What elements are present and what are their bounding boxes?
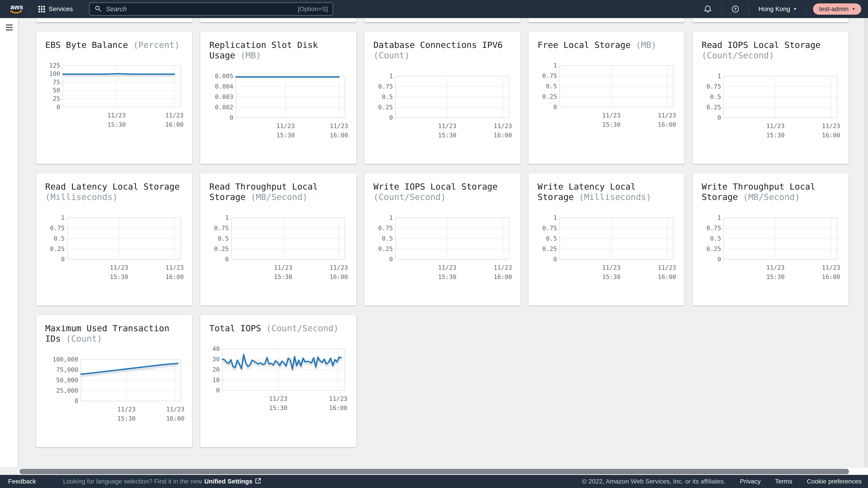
- metric-line: [63, 74, 174, 74]
- svg-text:1: 1: [389, 72, 393, 79]
- chart-title: Database Connections IPV6: [373, 40, 503, 50]
- metric-card: Replication Slot Disk Usage (MB)0.0050.0…: [200, 32, 356, 164]
- svg-text:0.005: 0.005: [215, 72, 233, 79]
- unified-settings-link[interactable]: Unified Settings: [204, 478, 252, 485]
- x-axis-label: 11/23: [766, 123, 784, 129]
- search-icon: [94, 5, 102, 13]
- terms-link[interactable]: Terms: [775, 478, 792, 485]
- x-axis-label: 11/23: [276, 123, 295, 129]
- header-right-cluster: ? Hong Kong ▼ test-admin ▼: [701, 2, 861, 16]
- chart-title-row: EBS Byte Balance (Percent): [45, 40, 183, 50]
- chevron-down-icon: ▼: [852, 7, 855, 11]
- x-axis-label: 11/23: [602, 264, 620, 271]
- chart-title: Read IOPS Local Storage: [702, 40, 820, 50]
- svg-text:0.5: 0.5: [710, 235, 721, 242]
- cookie-preferences-link[interactable]: Cookie preferences: [807, 478, 862, 485]
- x-axis-label: 11/23: [494, 264, 512, 271]
- x-axis-label: 11/23: [822, 264, 840, 271]
- chart-title-row: Database Connections IPV6 (Count): [373, 40, 511, 61]
- chart-title-row: Replication Slot Disk Usage (MB): [209, 40, 347, 61]
- x-axis-label: 16:00: [658, 121, 676, 128]
- chart-title: Free Local Storage: [537, 40, 631, 50]
- clipped-card: [692, 18, 848, 22]
- chart-plot[interactable]: 100,00075,00050,00025,000011/2315:3011/2…: [45, 356, 190, 423]
- hamburger-menu-icon[interactable]: [5, 24, 13, 32]
- chart-title-row: Free Local Storage (MB): [537, 40, 675, 50]
- chart-title: EBS Byte Balance: [45, 40, 128, 50]
- chart-title-row: Read IOPS Local Storage (Count/Second): [702, 40, 839, 61]
- x-axis-label: 11/23: [165, 112, 184, 119]
- horizontal-scrollbar-thumb[interactable]: [20, 469, 849, 474]
- chart-plot[interactable]: 10.750.50.25011/2315:3011/2316:00: [373, 214, 518, 281]
- svg-text:0: 0: [74, 397, 78, 404]
- aws-logo[interactable]: aws: [9, 3, 23, 15]
- external-link-icon: [255, 477, 261, 486]
- svg-text:aws: aws: [10, 3, 23, 11]
- chart-unit: (Count): [66, 334, 102, 344]
- x-axis-label: 15:30: [766, 273, 784, 281]
- global-search[interactable]: [Option+S]: [89, 2, 333, 15]
- chart-plot[interactable]: 10.750.50.25011/2315:3011/2316:00: [373, 72, 518, 139]
- feedback-button[interactable]: Feedback: [8, 478, 36, 485]
- x-axis-label: 16:00: [822, 273, 840, 281]
- search-input[interactable]: [105, 5, 294, 13]
- svg-text:0.004: 0.004: [215, 83, 233, 90]
- svg-text:100,000: 100,000: [53, 356, 78, 363]
- chart-plot[interactable]: 10.750.50.25011/2315:3011/2316:00: [537, 62, 682, 129]
- console-footer: Feedback Looking for language selection?…: [0, 475, 868, 488]
- chart-plot[interactable]: 10.750.50.25011/2315:3011/2316:00: [45, 214, 190, 281]
- chart-title: Read Latency Local Storage: [45, 182, 180, 192]
- svg-text:0.5: 0.5: [710, 93, 721, 100]
- svg-text:0.25: 0.25: [542, 93, 557, 100]
- copyright-text: © 2022, Amazon Web Services, Inc. or its…: [582, 478, 725, 485]
- svg-text:20: 20: [212, 366, 220, 373]
- svg-text:0.003: 0.003: [215, 93, 233, 100]
- metric-card: Read Throughput Local Storage (MB/Second…: [200, 173, 356, 305]
- svg-text:0.25: 0.25: [378, 104, 393, 111]
- notifications-bell-icon[interactable]: [701, 2, 715, 16]
- chart-title-row: Total IOPS (Count/Second): [209, 323, 347, 333]
- x-axis-label: 16:00: [658, 273, 676, 281]
- chart-plot[interactable]: 10.750.50.25011/2315:3011/2316:00: [209, 214, 354, 281]
- chart-plot[interactable]: 10.750.50.25011/2315:3011/2316:00: [702, 214, 846, 281]
- chart-plot[interactable]: 10.750.50.25011/2315:3011/2316:00: [702, 72, 846, 139]
- svg-text:0.25: 0.25: [706, 104, 721, 111]
- metric-card: Write Throughput Local Storage (MB/Secon…: [692, 173, 848, 305]
- svg-text:0.75: 0.75: [542, 225, 557, 232]
- x-axis-label: 11/23: [107, 112, 126, 119]
- chevron-down-icon: ▼: [794, 7, 797, 11]
- chart-plot[interactable]: 125100755025011/2315:3011/2316:00: [45, 62, 190, 129]
- x-axis-label: 11/23: [438, 264, 456, 271]
- account-menu[interactable]: test-admin ▼: [813, 3, 861, 15]
- chart-plot[interactable]: 0.0050.0040.0030.002011/2315:3011/2316:0…: [209, 72, 354, 139]
- x-axis-label: 16:00: [822, 132, 840, 139]
- metric-card: Database Connections IPV6 (Count)10.750.…: [364, 32, 520, 164]
- chart-plot[interactable]: 10.750.50.25011/2315:3011/2316:00: [537, 214, 682, 281]
- horizontal-scrollbar-track[interactable]: [18, 467, 868, 475]
- svg-text:30: 30: [212, 356, 220, 363]
- metric-line: [81, 363, 178, 375]
- svg-text:1: 1: [717, 214, 721, 221]
- help-icon[interactable]: ?: [728, 2, 742, 16]
- x-axis-label: 11/23: [166, 406, 184, 413]
- x-axis-label: 16:00: [165, 273, 184, 281]
- top-navigation-bar: aws Services [Option+S]: [0, 0, 868, 18]
- privacy-link[interactable]: Privacy: [740, 478, 761, 485]
- x-axis-label: 11/23: [329, 395, 347, 402]
- svg-text:?: ?: [734, 7, 737, 11]
- chart-title-row: Maximum Used Transaction IDs (Count): [45, 323, 183, 344]
- chart-title-row: Write IOPS Local Storage (Count/Second): [373, 182, 511, 202]
- chart-plot[interactable]: 40302010011/2315:3011/2316:00: [209, 345, 354, 412]
- svg-text:0.75: 0.75: [542, 72, 557, 79]
- metric-card: Write Latency Local Storage (Millisecond…: [528, 173, 684, 305]
- services-menu-button[interactable]: Services: [37, 5, 74, 13]
- svg-text:0.25: 0.25: [706, 246, 721, 252]
- metric-card: Maximum Used Transaction IDs (Count)100,…: [36, 315, 192, 447]
- x-axis-label: 15:30: [602, 273, 620, 281]
- svg-text:1: 1: [61, 214, 65, 221]
- metric-card: EBS Byte Balance (Percent)12510075502501…: [36, 32, 192, 164]
- region-selector[interactable]: Hong Kong ▼: [756, 5, 799, 13]
- svg-text:1: 1: [225, 214, 229, 221]
- svg-text:0.25: 0.25: [50, 246, 65, 252]
- vertical-scrollbar[interactable]: [864, 18, 868, 467]
